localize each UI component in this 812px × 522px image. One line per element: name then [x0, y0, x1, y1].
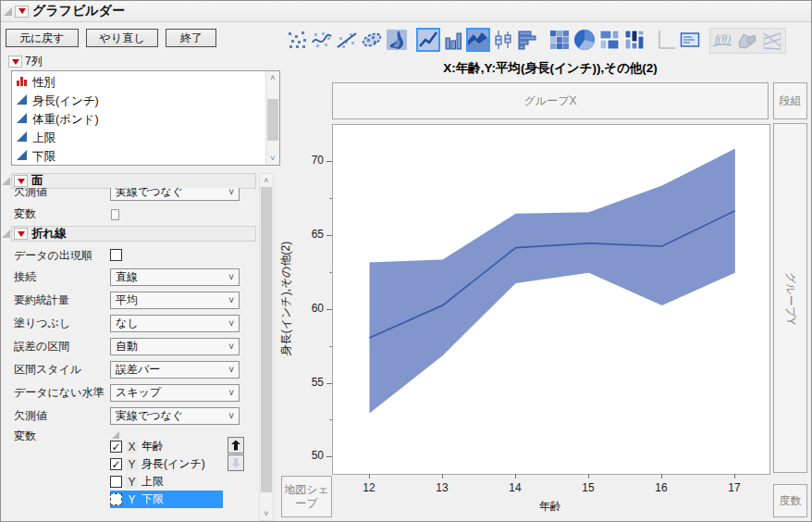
y-axis-title[interactable]: 身長(インチ),その他(2) — [278, 124, 295, 473]
setting-select-4[interactable]: 誤差バー˅ — [110, 361, 240, 379]
column-item[interactable]: 身長(インチ) — [12, 92, 265, 110]
x-tick-mark — [734, 474, 735, 478]
line-of-fit-icon[interactable] — [335, 28, 359, 52]
variable-role: Y — [126, 476, 138, 489]
setting-select-5[interactable]: スキップ˅ — [110, 384, 240, 402]
column-item[interactable]: 上限 — [12, 129, 265, 147]
pie-icon[interactable] — [572, 28, 597, 52]
scroll-down-icon[interactable]: ˅ — [266, 152, 279, 165]
y-axis[interactable]: 5055606570 — [299, 124, 332, 473]
setting-select-1[interactable]: 平均˅ — [110, 292, 240, 309]
y-tick-label: 55 — [301, 376, 324, 389]
frequency-drop-zone[interactable]: 度数 — [773, 484, 807, 517]
x-tick-mark — [661, 474, 662, 478]
column-item[interactable]: 体重(ポンド) — [12, 110, 265, 129]
x-axis[interactable]: 年齢 121314151617 — [332, 474, 769, 516]
y-tick-label: 70 — [301, 154, 324, 167]
y-tick-label: 50 — [301, 449, 324, 462]
x-tick-mark — [369, 474, 370, 478]
bar-icon[interactable] — [441, 28, 465, 52]
variable-row[interactable]: ✓Y身長(インチ) — [110, 455, 223, 473]
x-axis-title[interactable]: 年齢 — [332, 499, 769, 515]
titlebar: グラフビルダー — [1, 1, 811, 22]
continuous-icon — [16, 149, 28, 164]
line-section-collapse-icon[interactable] — [2, 230, 10, 238]
caption-box-icon[interactable] — [678, 28, 702, 52]
columns-red-triangle-icon[interactable] — [8, 56, 22, 68]
area-red-triangle-icon[interactable] — [14, 175, 28, 187]
parallel-plot-icon — [760, 29, 784, 53]
heatmap-icon[interactable] — [547, 28, 572, 52]
scroll-up-icon[interactable]: ˄ — [266, 71, 279, 84]
line-section-header[interactable]: 折れ線 — [11, 226, 256, 242]
contour-icon[interactable] — [385, 28, 409, 52]
toolbar-disabled-group: f(θ) — [709, 28, 786, 54]
setting-select-3[interactable]: 自動˅ — [110, 338, 240, 355]
move-up-button[interactable] — [228, 437, 244, 454]
move-down-button[interactable] — [228, 454, 244, 471]
chevron-down-icon: ˅ — [228, 411, 234, 421]
area-missing-select[interactable]: 実線でつなぐ˅ — [110, 188, 240, 201]
mosaic-icon[interactable] — [622, 28, 646, 52]
line-red-triangle-icon[interactable] — [14, 228, 28, 240]
column-item[interactable]: 下限 — [12, 147, 265, 166]
red-triangle-menu-icon[interactable] — [15, 6, 29, 18]
undo-button[interactable]: 元に戻す — [6, 29, 79, 47]
element-type-toolbar: f(θ) — [285, 28, 786, 54]
control-button-row: 元に戻す やり直し 終了 — [6, 29, 216, 47]
column-group-drop-zone[interactable]: 段組 — [773, 82, 807, 119]
setting-select-0[interactable]: 直線˅ — [110, 268, 240, 286]
scroll-down-icon[interactable]: ˅ — [260, 507, 273, 520]
variable-row[interactable]: ✓X年齢 — [110, 438, 223, 455]
scroll-thumb[interactable] — [261, 187, 272, 492]
columns-listbox[interactable]: 性別身長(インチ)体重(ポンド)上限下限 ˄ ˅ — [11, 70, 280, 166]
area-variables-expand-icon[interactable] — [112, 210, 118, 219]
variable-checkbox[interactable]: ✓ — [110, 458, 122, 470]
treemap-icon[interactable] — [597, 28, 621, 52]
scroll-thumb[interactable] — [267, 99, 278, 141]
points-icon[interactable] — [285, 28, 309, 52]
variable-checkbox[interactable] — [110, 476, 122, 488]
y-tick-label: 65 — [301, 228, 324, 241]
variable-row[interactable]: Y下限 — [110, 491, 223, 508]
area-missing-label: 欠測値 — [14, 188, 47, 201]
plot-area[interactable] — [332, 124, 770, 475]
columns-scrollbar[interactable]: ˄ ˅ — [265, 71, 279, 165]
done-button[interactable]: 終了 — [166, 29, 216, 47]
column-name: 上限 — [32, 130, 55, 146]
line-icon[interactable] — [416, 28, 440, 52]
map-shape-drop-zone[interactable]: 地図シェープ — [281, 476, 332, 517]
line-section-title: 折れ線 — [31, 226, 67, 242]
settings-scrollbar[interactable]: ˄ ˅ — [259, 173, 274, 521]
column-item[interactable]: 性別 — [12, 73, 265, 92]
variable-checkbox[interactable] — [110, 493, 122, 505]
setting-select-6[interactable]: 実線でつなぐ˅ — [110, 407, 240, 425]
area-section-collapse-icon[interactable] — [2, 177, 10, 185]
columns-header: 7列 — [8, 54, 43, 69]
setting-select-2[interactable]: なし˅ — [110, 315, 240, 332]
histogram-icon[interactable] — [516, 28, 540, 52]
columns-count-label: 7列 — [25, 54, 43, 69]
group-y-drop-zone[interactable]: グループY — [773, 123, 807, 473]
redo-button[interactable]: やり直し — [86, 29, 159, 47]
setting-label: 区間スタイル — [14, 361, 81, 379]
data-order-checkbox[interactable] — [110, 249, 122, 261]
collapse-triangle-icon[interactable] — [4, 7, 12, 16]
area-section-header[interactable]: 面 — [11, 173, 256, 189]
variable-checkbox[interactable]: ✓ — [110, 441, 122, 453]
graph-builder-window: グラフビルダー 元に戻す やり直し 終了 f(θ) 7列 性別身長(インチ)体重… — [0, 0, 812, 522]
area-clipped-row: 欠測値 実線でつなぐ˅ — [1, 188, 256, 203]
group-x-drop-zone[interactable]: グループX — [332, 82, 769, 119]
column-name: 体重(ポンド) — [32, 112, 99, 128]
chevron-down-icon: ˅ — [228, 188, 234, 197]
y-tick-label: 60 — [301, 302, 324, 315]
variable-row[interactable]: Y上限 — [110, 473, 223, 491]
area-section-title: 面 — [31, 173, 43, 189]
smoother-icon[interactable] — [310, 28, 334, 52]
box-plot-icon[interactable] — [491, 28, 515, 52]
scroll-up-icon[interactable]: ˄ — [260, 174, 273, 187]
toolbar-group — [547, 28, 647, 52]
window-title: グラフビルダー — [32, 3, 125, 19]
ellipse-icon[interactable] — [360, 28, 384, 52]
area-icon[interactable] — [466, 28, 490, 52]
